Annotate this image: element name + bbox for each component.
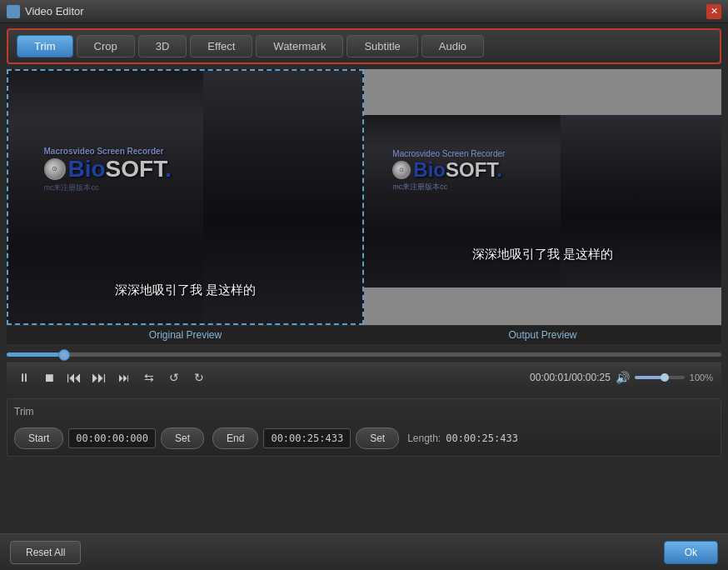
time-text: 00:00:01/00:00:25 bbox=[530, 372, 611, 383]
tab-effect[interactable]: Effect bbox=[190, 35, 252, 58]
output-bottom-bar bbox=[364, 288, 721, 325]
prev-frame-button[interactable]: ⏮ bbox=[65, 368, 83, 387]
output-subtitle: 深深地吸引了我 是这样的 bbox=[364, 247, 721, 262]
tab-trim[interactable]: Trim bbox=[17, 35, 73, 58]
controls-bar: ⏸ ⏹ ⏮ ⏭ ⏭ ⇆ ↺ ↻ 00:00:01/00:00:25 🔊 100% bbox=[7, 362, 721, 392]
volume-slider[interactable] bbox=[635, 376, 685, 379]
output-top-bar bbox=[364, 69, 721, 115]
length-value: 00:00:25:433 bbox=[446, 432, 518, 444]
output-preview-label: Output Preview bbox=[364, 325, 721, 344]
tab-watermark[interactable]: Watermark bbox=[256, 35, 343, 58]
next-frame-button[interactable]: ⏭ bbox=[90, 368, 108, 387]
rotate-ccw-button[interactable]: ↺ bbox=[165, 368, 183, 387]
app-icon bbox=[7, 5, 20, 18]
output-video-middle: Macrosvideo Screen Recorder ⊙ BioSOFT. m… bbox=[364, 115, 721, 288]
preview-area: Macrosvideo Screen Recorder ⊙ BioSOFT. m… bbox=[7, 69, 721, 344]
time-display: 00:00:01/00:00:25 🔊 100% bbox=[215, 371, 713, 384]
tab-crop[interactable]: Crop bbox=[77, 35, 135, 58]
window-title: Video Editor bbox=[25, 5, 706, 18]
reset-all-button[interactable]: Reset All bbox=[10, 541, 81, 564]
trim-end-group: End 00:00:25:433 Set bbox=[212, 428, 399, 449]
volume-icon: 🔊 bbox=[616, 371, 630, 384]
original-subtitle: 深深地吸引了我 是这样的 bbox=[8, 282, 362, 298]
tab-bar: Trim Crop 3D Effect Watermark Subtitle A… bbox=[7, 28, 721, 64]
rotate-cw-button[interactable]: ↻ bbox=[190, 368, 208, 387]
output-preview-panel: Macrosvideo Screen Recorder ⊙ BioSOFT. m… bbox=[364, 69, 721, 325]
length-label: Length: bbox=[407, 432, 441, 444]
watermark-overlay: Macrosvideo Screen Recorder ⊙ BioSOFT. m… bbox=[44, 147, 345, 193]
wm-logo: ⊙ BioSOFT. bbox=[44, 156, 345, 182]
start-button[interactable]: Start bbox=[14, 428, 63, 449]
seek-track bbox=[7, 352, 721, 357]
trim-section: Trim Start 00:00:00:000 Set End 00:00:25… bbox=[7, 398, 721, 457]
tab-3d[interactable]: 3D bbox=[138, 35, 187, 58]
trim-length-group: Length: 00:00:25:433 bbox=[407, 432, 518, 444]
rewind-button[interactable]: ⇆ bbox=[140, 368, 158, 387]
original-preview-panel: Macrosvideo Screen Recorder ⊙ BioSOFT. m… bbox=[7, 69, 364, 325]
set-end-button[interactable]: Set bbox=[356, 428, 399, 449]
bottom-bar: Reset All Ok bbox=[0, 533, 728, 570]
wm-line1: Macrosvideo Screen Recorder bbox=[44, 147, 345, 156]
set-start-button[interactable]: Set bbox=[161, 428, 204, 449]
seek-bar[interactable] bbox=[7, 349, 721, 361]
original-video-frame: Macrosvideo Screen Recorder ⊙ BioSOFT. m… bbox=[8, 71, 362, 323]
start-time-field[interactable]: 00:00:00:000 bbox=[68, 428, 156, 448]
skip-end-button[interactable]: ⏭ bbox=[115, 368, 133, 387]
trim-start-group: Start 00:00:00:000 Set bbox=[14, 428, 204, 449]
original-preview-label: Original Preview bbox=[7, 325, 364, 344]
end-time-field[interactable]: 00:00:25:433 bbox=[263, 428, 351, 448]
tab-audio[interactable]: Audio bbox=[421, 35, 484, 58]
title-bar: Video Editor ✕ bbox=[0, 0, 728, 23]
pause-button[interactable]: ⏸ bbox=[15, 368, 33, 387]
trim-row: Start 00:00:00:000 Set End 00:00:25:433 … bbox=[14, 428, 714, 449]
volume-pct: 100% bbox=[690, 372, 713, 382]
logo-circle: ⊙ bbox=[44, 158, 66, 180]
trim-title: Trim bbox=[14, 406, 714, 418]
bottom-right-actions: Ok bbox=[664, 541, 718, 564]
tab-subtitle[interactable]: Subtitle bbox=[347, 35, 417, 58]
ok-button[interactable]: Ok bbox=[664, 541, 718, 564]
close-button[interactable]: ✕ bbox=[706, 4, 721, 19]
stop-button[interactable]: ⏹ bbox=[40, 368, 58, 387]
end-button[interactable]: End bbox=[212, 428, 258, 449]
wm-sub2: mc来注册版本cc bbox=[44, 182, 345, 193]
seek-thumb[interactable] bbox=[58, 349, 70, 361]
